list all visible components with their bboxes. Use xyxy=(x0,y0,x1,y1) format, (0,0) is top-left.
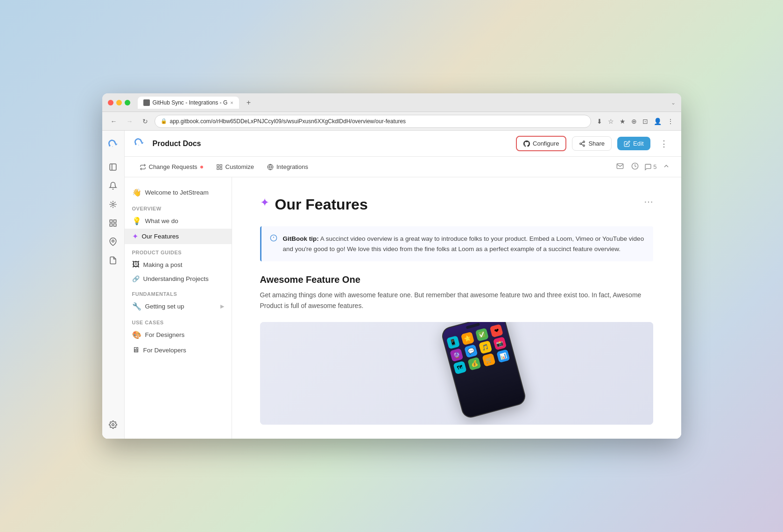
for-developers-icon: 🖥 xyxy=(132,346,140,354)
what-we-do-icon: 💡 xyxy=(132,217,141,225)
for-designers-icon: 🎨 xyxy=(132,330,141,339)
svg-rect-15 xyxy=(220,164,222,166)
app-icon-6: 💬 xyxy=(464,344,478,358)
sidebar-for-developers-label: For Developers xyxy=(143,347,186,354)
sidebar-doc-button[interactable] xyxy=(105,252,121,269)
phone-image-container: 📱 ⭐ ✅ ❤ 🔮 💬 🎵 📸 🗺 💰 🛒 xyxy=(260,322,653,425)
tip-bold: GitBook tip: xyxy=(283,235,319,242)
star-icon[interactable]: ★ xyxy=(618,116,628,127)
configure-label: Configure xyxy=(533,140,559,147)
integrations-nav[interactable]: Integrations xyxy=(261,161,314,173)
download-icon[interactable]: ⬇ xyxy=(595,116,604,127)
screen-cast-icon[interactable]: ⊡ xyxy=(641,116,650,127)
mail-action-button[interactable] xyxy=(614,161,626,174)
edit-label: Edit xyxy=(633,140,643,147)
feature-one-body: Get amazing things done with awesome fea… xyxy=(260,290,653,311)
header-more-button[interactable]: ⋮ xyxy=(656,137,672,151)
sidebar-item-what-we-do[interactable]: 💡 What we do xyxy=(125,213,232,229)
share-icon xyxy=(579,140,585,147)
more-options-icon[interactable]: ⋮ xyxy=(665,116,676,127)
sidebar-item-getting-set-up[interactable]: 🔧 Getting set up ▶ xyxy=(125,299,232,314)
getting-set-up-icon: 🔧 xyxy=(132,302,141,311)
sidebar-bell-button[interactable] xyxy=(105,177,121,194)
comment-icon xyxy=(644,163,652,171)
comment-badge[interactable]: 5 xyxy=(644,163,656,171)
tip-info-icon xyxy=(270,234,277,254)
maximize-button[interactable] xyxy=(125,100,130,105)
address-text: app.gitbook.com/o/rHbw65DDeLxPNJCcyI09/s… xyxy=(170,118,406,125)
page-title: Our Features xyxy=(275,196,368,213)
tab-title: GitHub Sync - Integrations - G xyxy=(153,99,228,106)
sidebar-item-understanding-projects[interactable]: 🔗 Understanding Projects xyxy=(125,272,232,286)
svg-rect-16 xyxy=(220,168,222,169)
reload-button[interactable]: ↻ xyxy=(140,116,151,127)
change-requests-nav[interactable]: Change Requests xyxy=(134,161,209,173)
svg-point-10 xyxy=(580,143,582,145)
app-icon-1: 📱 xyxy=(446,336,459,349)
configure-button[interactable]: Configure xyxy=(516,136,566,151)
close-button[interactable] xyxy=(108,100,113,105)
secondary-nav-actions: 5 xyxy=(614,161,671,174)
icon-sidebar xyxy=(102,131,125,439)
app-container: Product Docs Configure Share xyxy=(102,131,681,439)
sidebar-pages-button[interactable] xyxy=(105,159,121,175)
share-label: Share xyxy=(588,140,605,147)
svg-rect-3 xyxy=(110,220,112,222)
comment-count: 5 xyxy=(653,163,656,170)
share-button[interactable]: Share xyxy=(572,136,612,151)
browser-navbar: ← → ↻ 🔒 app.gitbook.com/o/rHbw65DDeLxPNJ… xyxy=(102,112,681,131)
edit-button[interactable]: Edit xyxy=(617,137,650,150)
svg-rect-5 xyxy=(114,224,116,226)
history-icon xyxy=(631,162,639,170)
chevron-up-icon xyxy=(663,162,670,170)
svg-point-7 xyxy=(112,240,114,242)
sidebar-item-for-developers[interactable]: 🖥 For Developers xyxy=(125,343,232,357)
sidebar-settings-button[interactable] xyxy=(105,416,121,433)
integrations-label: Integrations xyxy=(276,163,308,170)
minimize-button[interactable] xyxy=(116,100,122,105)
sidebar-item-for-designers[interactable]: 🎨 For Designers xyxy=(125,327,232,343)
svg-line-12 xyxy=(581,144,583,145)
new-tab-button[interactable]: + xyxy=(243,97,254,109)
sidebar-grid-button[interactable] xyxy=(105,215,121,231)
app-main: Product Docs Configure Share xyxy=(125,131,681,439)
app-logo-icon xyxy=(134,137,147,150)
app-icon-11: 🛒 xyxy=(482,353,495,366)
app-icon-7: 🎵 xyxy=(478,340,492,354)
app-icon-4: ❤ xyxy=(489,324,503,337)
page-more-button[interactable]: ⋯ xyxy=(644,196,653,207)
app-icon-8: 📸 xyxy=(493,336,506,350)
app-icon-12: 📊 xyxy=(496,349,510,363)
sidebar-welcome-label: Welcome to JetStream xyxy=(145,189,209,196)
mail-icon xyxy=(616,162,624,170)
page-title-row: ✦ Our Features ⋯ xyxy=(260,196,653,213)
sidebar-ai-button[interactable] xyxy=(105,196,121,213)
svg-rect-6 xyxy=(110,224,112,226)
profile-icon[interactable]: 👤 xyxy=(652,116,663,127)
understanding-projects-icon: 🔗 xyxy=(132,275,140,282)
address-bar[interactable]: 🔒 app.gitbook.com/o/rHbw65DDeLxPNJCcyI09… xyxy=(155,115,591,128)
browser-tab[interactable]: GitHub Sync - Integrations - G × xyxy=(138,97,239,109)
collapse-button[interactable] xyxy=(661,161,672,174)
integrations-icon xyxy=(267,164,274,170)
sidebar-item-welcome[interactable]: 👋 Welcome to JetStream xyxy=(125,185,232,200)
back-button[interactable]: ← xyxy=(108,116,120,127)
feature-one-heading: Awesome Feature One xyxy=(260,274,653,285)
sidebar-item-our-features[interactable]: ✦ Our Features xyxy=(125,229,232,244)
tab-close-button[interactable]: × xyxy=(230,100,233,105)
sidebar-item-making-a-post[interactable]: 🖼 Making a post xyxy=(125,257,232,272)
extension-icon[interactable]: ⊕ xyxy=(629,116,639,127)
customize-nav[interactable]: Customize xyxy=(211,161,260,173)
svg-point-9 xyxy=(583,141,585,143)
secondary-nav: Change Requests Customize Integrations xyxy=(125,157,681,177)
forward-button[interactable]: → xyxy=(124,116,136,127)
tab-favicon xyxy=(143,99,150,106)
svg-rect-0 xyxy=(110,164,116,170)
svg-line-13 xyxy=(581,142,583,143)
bookmark-icon[interactable]: ☆ xyxy=(606,116,616,127)
browser-titlebar: GitHub Sync - Integrations - G × + ⌄ xyxy=(102,93,681,112)
history-action-button[interactable] xyxy=(629,161,641,174)
product-guides-section-label: PRODUCT GUIDES xyxy=(125,244,232,257)
github-icon xyxy=(523,140,530,147)
sidebar-pin-button[interactable] xyxy=(105,233,121,250)
